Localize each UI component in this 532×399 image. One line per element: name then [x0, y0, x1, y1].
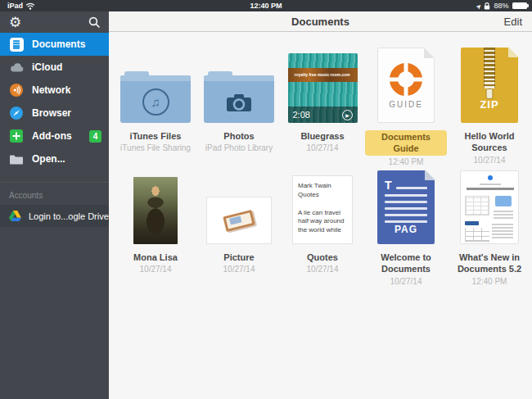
status-bar: iPad 12:40 PM ➤ 88% [0, 0, 532, 11]
grid-item-welcome-to-documents[interactable]: TPAGWelcome to Documents10/27/14 [364, 170, 448, 286]
sidebar-item-open[interactable]: Open... [0, 147, 109, 170]
grid-item-what-s-new-in-documents-5-2[interactable]: What's New in Documents 5.212:40 PM [448, 170, 531, 286]
file-grid: ♫iTunes FilesiTunes File SharingPhotosiP… [109, 33, 532, 292]
sidebar-item-label: iCloud [32, 61, 62, 73]
video-thumbnail: royalty free music room.com2:08▶ [288, 53, 358, 123]
text-line [492, 224, 513, 225]
sidebar-item-documents[interactable]: Documents [0, 33, 109, 56]
page-fold-corner [508, 47, 519, 57]
text-line [494, 214, 513, 215]
grid-item-picture[interactable]: Picture10/27/14 [197, 170, 281, 274]
file-name: Picture [223, 252, 254, 263]
sidebar-item-google-drive-login[interactable]: Login to...ogle Drive [0, 205, 109, 227]
thumbnail: ♫ [120, 49, 191, 123]
file-subtitle: iTunes File Sharing [120, 143, 191, 152]
section-chip [465, 221, 479, 225]
book-clipart-icon [223, 209, 255, 231]
page-fold-corner [425, 170, 435, 180]
zipper-icon [484, 48, 495, 88]
sidebar-header: ⚙ [0, 11, 109, 33]
camera-icon [204, 81, 274, 123]
main-panel: Documents Edit ♫iTunes FilesiTunes File … [109, 11, 532, 399]
mini-grid [465, 228, 489, 242]
text-line [385, 194, 427, 197]
sidebar-item-label: Network [32, 84, 70, 96]
sidebar-item-label: Open... [32, 153, 65, 165]
file-name: Bluegrass [300, 130, 344, 142]
toolbar: Documents Edit [109, 11, 532, 32]
sidebar-nav: DocumentsiCloudNetworkBrowserAdd-ons4Ope… [0, 33, 109, 170]
file-name: Photos [223, 130, 254, 142]
sidebar-item-label: Browser [32, 107, 71, 119]
file-name: Documents Guide [365, 130, 447, 156]
thumbnail [206, 170, 272, 244]
title-line [480, 184, 501, 185]
thumbnail: royalty free music room.com2:08▶ [288, 49, 358, 123]
file-name: Mona Lisa [133, 252, 178, 263]
guide-document-icon: GUIDE [377, 48, 435, 123]
text-line [494, 217, 513, 219]
text-line [385, 214, 427, 217]
lifebuoy-icon [388, 61, 424, 97]
file-subtitle: iPad Photo Library [205, 143, 273, 152]
grid-item-itunes-files[interactable]: ♫iTunes FilesiTunes File Sharing [114, 49, 197, 152]
logo-dot [488, 175, 493, 180]
thumbnail: ZIP [461, 49, 518, 123]
sidebar-item-add-ons[interactable]: Add-ons4 [0, 125, 109, 147]
sidebar-item-label: Add-ons [32, 130, 72, 142]
content-area: ♫iTunes FilesiTunes File SharingPhotosiP… [109, 33, 532, 399]
icloud-icon [9, 60, 24, 75]
file-subtitle: 10/27/14 [140, 265, 172, 274]
pdf-preview-thumbnail [460, 170, 519, 244]
mini-table [465, 196, 489, 215]
text-line [492, 227, 513, 229]
edit-button[interactable]: Edit [504, 11, 522, 32]
google-drive-icon [7, 209, 22, 224]
grid-item-bluegrass[interactable]: royalty free music room.com2:08▶Bluegras… [281, 49, 364, 152]
file-subtitle: 12:40 PM [389, 157, 424, 166]
browser-icon [9, 106, 24, 120]
login-label: Login to...ogle Drive [29, 211, 109, 221]
thumbnail [460, 170, 519, 244]
sidebar-item-browser[interactable]: Browser [0, 102, 109, 125]
search-icon[interactable] [88, 16, 100, 28]
file-name-highlight: Documents Guide [365, 130, 447, 156]
text-line [492, 234, 513, 235]
thumbnail: TPAG [377, 170, 435, 244]
thumbnail: GUIDE [377, 49, 435, 123]
sidebar-item-label: Documents [32, 39, 85, 50]
sidebar-item-network[interactable]: Network [0, 79, 109, 102]
grid-item-documents-guide[interactable]: GUIDEDocuments Guide12:40 PM [364, 49, 448, 166]
text-line [492, 237, 513, 238]
file-name: Hello World Sources [449, 130, 530, 154]
app-screen: iPad 12:40 PM ➤ 88% ⚙ DocumentsiCloudNet… [0, 0, 532, 399]
settings-gear-icon[interactable]: ⚙ [9, 16, 21, 29]
file-name: Welcome to Documents [365, 252, 447, 275]
text-line [385, 207, 427, 211]
grid-item-photos[interactable]: PhotosiPad Photo Library [197, 49, 281, 152]
guide-text: GUIDE [389, 100, 423, 109]
addons-icon [9, 129, 24, 143]
sidebar: ⚙ DocumentsiCloudNetworkBrowserAdd-ons4O… [0, 11, 109, 399]
file-subtitle: 10/27/14 [390, 277, 422, 286]
thumbnail [133, 170, 178, 244]
itunes-music-icon: ♫ [120, 81, 191, 123]
text-line [385, 201, 427, 204]
preview-title: Mark Twain Quotes [298, 182, 347, 200]
folder-icon [204, 75, 274, 123]
sidebar-item-icloud[interactable]: iCloud [0, 56, 109, 79]
music-note-icon: ♫ [142, 88, 169, 116]
page-title: Documents [109, 11, 532, 32]
letter-t-glyph: T [385, 180, 392, 190]
video-banner-text: royalty free music room.com [295, 73, 350, 78]
video-duration: 2:08 [293, 110, 310, 120]
text-line [396, 187, 427, 190]
file-grid-row: Mona Lisa10/27/14Picture10/27/14Mark Twa… [114, 170, 532, 292]
thumbnail [204, 49, 274, 123]
grid-item-quotes[interactable]: Mark Twain QuotesA lie can travel half w… [281, 170, 364, 274]
grid-item-mona-lisa[interactable]: Mona Lisa10/27/14 [114, 170, 197, 274]
network-icon [9, 83, 24, 97]
folder-icon: ♫ [120, 75, 191, 123]
documents-icon [9, 37, 24, 52]
grid-item-hello-world-sources[interactable]: ZIPHello World Sources10/27/14 [448, 49, 531, 165]
